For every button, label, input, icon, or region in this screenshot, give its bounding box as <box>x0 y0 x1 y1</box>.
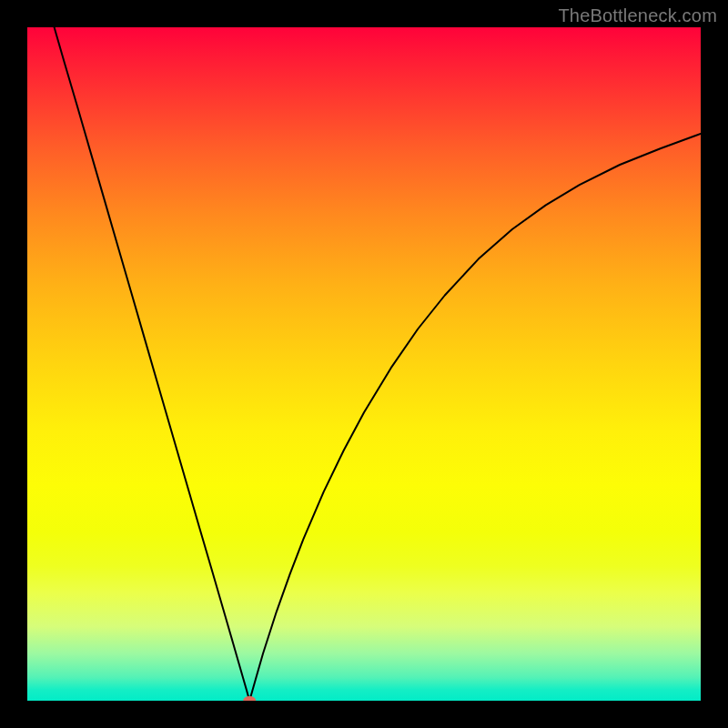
bottleneck-curve <box>55 27 701 701</box>
curve-svg <box>27 27 701 701</box>
watermark-text: TheBottleneck.com <box>558 5 717 26</box>
minimum-marker <box>243 696 256 701</box>
plot-area <box>27 27 701 701</box>
chart-frame: TheBottleneck.com <box>0 0 728 728</box>
